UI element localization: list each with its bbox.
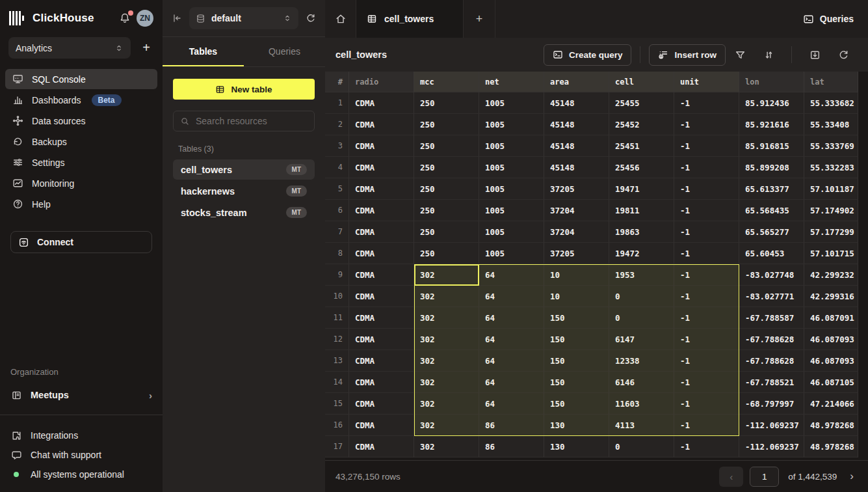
table-cell[interactable]: 42.299232 xyxy=(804,264,858,286)
row-number-cell[interactable]: 5 xyxy=(325,178,349,200)
table-cell[interactable]: 85.899208 xyxy=(739,157,804,178)
table-cell[interactable]: 1005 xyxy=(479,178,544,200)
table-cell[interactable]: -1 xyxy=(674,264,739,286)
column-header-cell[interactable]: cell xyxy=(609,72,674,92)
table-cell[interactable]: 64 xyxy=(479,372,544,393)
table-cell[interactable]: -68.797997 xyxy=(739,393,804,415)
row-number-cell[interactable]: 4 xyxy=(325,157,349,178)
table-cell[interactable]: 250 xyxy=(414,221,479,243)
table-cell[interactable]: 302 xyxy=(414,329,479,350)
table-cell[interactable]: 45148 xyxy=(544,92,609,114)
table-cell[interactable]: 302 xyxy=(414,372,479,393)
avatar[interactable]: ZN xyxy=(137,10,153,27)
table-cell[interactable]: 46.087093 xyxy=(804,329,858,350)
table-cell[interactable]: 85.916815 xyxy=(739,135,804,157)
table-cell[interactable]: 64 xyxy=(479,307,544,329)
table-cell[interactable]: -67.788587 xyxy=(739,307,804,329)
row-number-cell[interactable]: 14 xyxy=(325,372,349,393)
table-cell[interactable]: 250 xyxy=(414,92,479,114)
table-cell[interactable]: 64 xyxy=(479,350,544,372)
table-cell[interactable]: -1 xyxy=(674,372,739,393)
table-cell[interactable]: -1 xyxy=(674,157,739,178)
table-cell[interactable]: 150 xyxy=(544,393,609,415)
row-number-cell[interactable]: 1 xyxy=(325,92,349,114)
row-number-cell[interactable]: 7 xyxy=(325,221,349,243)
refresh-icon[interactable] xyxy=(306,13,316,23)
table-cell[interactable]: 46.087091 xyxy=(804,307,858,329)
table-cell[interactable]: CDMA xyxy=(349,243,414,264)
database-select[interactable]: default xyxy=(189,7,298,29)
table-cell[interactable]: -1 xyxy=(674,350,739,372)
table-cell[interactable]: CDMA xyxy=(349,178,414,200)
table-cell[interactable]: CDMA xyxy=(349,157,414,178)
system-status-row[interactable]: All systems operational xyxy=(0,465,163,484)
table-cell[interactable]: CDMA xyxy=(349,350,414,372)
table-cell[interactable]: 37205 xyxy=(544,243,609,264)
create-query-button[interactable]: Create query xyxy=(544,44,632,66)
column-header-mcc[interactable]: mcc xyxy=(414,72,479,92)
table-cell[interactable]: 250 xyxy=(414,178,479,200)
table-cell[interactable]: 85.921616 xyxy=(739,114,804,135)
add-workspace-button[interactable]: + xyxy=(138,40,154,55)
sidebar-item-meetups[interactable]: Meetups › xyxy=(0,385,163,405)
table-cell[interactable]: 42.299316 xyxy=(804,286,858,307)
sidebar-item-sql-console[interactable]: SQL Console xyxy=(5,69,157,89)
integrations-link[interactable]: Integrations xyxy=(0,426,163,445)
row-number-cell[interactable]: 11 xyxy=(325,307,349,329)
table-cell[interactable]: CDMA xyxy=(349,393,414,415)
table-cell[interactable]: 86 xyxy=(479,436,544,458)
table-cell[interactable]: 1005 xyxy=(479,114,544,135)
table-cell[interactable]: CDMA xyxy=(349,114,414,135)
table-cell[interactable]: CDMA xyxy=(349,307,414,329)
home-button[interactable] xyxy=(325,0,356,38)
table-cell[interactable]: 1005 xyxy=(479,221,544,243)
row-number-cell[interactable]: 12 xyxy=(325,329,349,350)
table-cell[interactable]: 57.177299 xyxy=(804,221,858,243)
table-cell[interactable]: 1953 xyxy=(609,264,674,286)
table-cell[interactable]: 57.101715 xyxy=(804,243,858,264)
table-cell[interactable]: -1 xyxy=(674,221,739,243)
row-number-cell[interactable]: 8 xyxy=(325,243,349,264)
table-cell[interactable]: 25455 xyxy=(609,92,674,114)
table-cell[interactable]: CDMA xyxy=(349,329,414,350)
sidebar-item-monitoring[interactable]: Monitoring xyxy=(5,173,157,193)
table-cell[interactable]: -67.788521 xyxy=(739,372,804,393)
table-cell[interactable]: 302 xyxy=(414,393,479,415)
table-cell[interactable]: CDMA xyxy=(349,372,414,393)
table-cell[interactable]: -1 xyxy=(674,135,739,157)
table-cell[interactable]: 65.568435 xyxy=(739,200,804,221)
table-cell[interactable]: -1 xyxy=(674,200,739,221)
table-cell[interactable]: CDMA xyxy=(349,286,414,307)
table-cell[interactable]: -83.027771 xyxy=(739,286,804,307)
refresh-button[interactable] xyxy=(832,44,854,66)
sidebar-item-dashboards[interactable]: Dashboards Beta xyxy=(5,90,157,110)
table-cell[interactable]: 302 xyxy=(414,307,479,329)
table-cell[interactable]: 47.214066 xyxy=(804,393,858,415)
table-cell[interactable]: 130 xyxy=(544,415,609,436)
table-list-item-hackernews[interactable]: hackernews MT xyxy=(173,181,315,201)
table-cell[interactable]: 46.087105 xyxy=(804,372,858,393)
table-cell[interactable]: 250 xyxy=(414,157,479,178)
table-cell[interactable]: 64 xyxy=(479,329,544,350)
chat-support-link[interactable]: Chat with support xyxy=(0,445,163,465)
table-cell[interactable]: 0 xyxy=(609,436,674,458)
table-cell[interactable]: 302 xyxy=(414,286,479,307)
table-cell[interactable]: 55.333682 xyxy=(804,92,858,114)
table-cell[interactable]: CDMA xyxy=(349,135,414,157)
table-cell[interactable]: 46.087093 xyxy=(804,350,858,372)
new-table-button[interactable]: New table xyxy=(173,79,315,100)
table-cell[interactable]: -1 xyxy=(674,114,739,135)
download-button[interactable] xyxy=(804,44,826,66)
sidebar-item-backups[interactable]: Backups xyxy=(5,131,157,152)
table-cell[interactable]: CDMA xyxy=(349,200,414,221)
collapse-panel-icon[interactable] xyxy=(172,13,182,23)
insert-row-button[interactable]: Insert row xyxy=(649,44,726,66)
page-input[interactable] xyxy=(750,467,779,487)
column-header-net[interactable]: net xyxy=(479,72,544,92)
table-cell[interactable]: 250 xyxy=(414,135,479,157)
sort-button[interactable] xyxy=(757,44,780,66)
table-cell[interactable]: -1 xyxy=(674,178,739,200)
connect-button[interactable]: Connect xyxy=(10,231,152,253)
previous-page-button[interactable]: ‹ xyxy=(719,467,743,487)
table-cell[interactable]: 250 xyxy=(414,243,479,264)
